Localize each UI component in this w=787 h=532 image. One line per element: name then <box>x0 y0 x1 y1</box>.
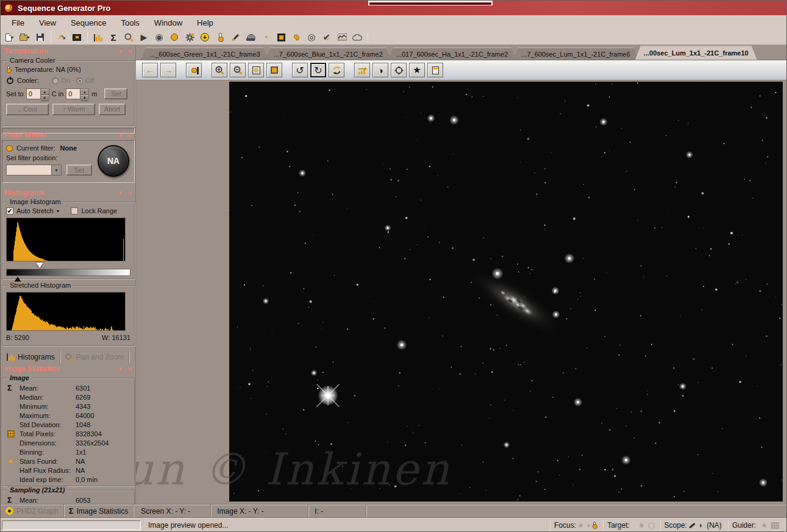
temperature-icon[interactable] <box>213 31 227 43</box>
spin-up-icon[interactable]: ▲ <box>80 89 88 95</box>
zoom-in-icon[interactable] <box>212 63 227 77</box>
plate-solve-icon[interactable] <box>122 31 135 43</box>
tab-histograms[interactable]: Histograms <box>2 351 60 363</box>
flat-box-icon[interactable] <box>274 31 288 43</box>
filter-position-dropdown[interactable]: ▼ <box>6 165 62 176</box>
stat-label: Std Deviation: <box>20 421 76 428</box>
stat-row: ★Stars Found:NA <box>4 456 133 466</box>
temperature-panel: Temperature ▼ ✕ Camera Cooler Temperatur… <box>2 46 135 128</box>
back-icon[interactable]: ← <box>142 63 158 77</box>
menu-window[interactable]: Window <box>147 16 190 29</box>
set-filter-button[interactable]: Set <box>66 165 92 176</box>
crosshair-icon[interactable] <box>391 63 407 77</box>
contrast-icon[interactable]: ◑ <box>372 63 388 77</box>
stat-row: Binning:1x1 <box>4 447 133 456</box>
menu-view[interactable]: View <box>32 16 63 29</box>
focuser-icon[interactable] <box>229 31 242 43</box>
rotate-cw-icon[interactable]: ↻ <box>310 63 326 77</box>
observatory-dome-icon[interactable] <box>244 31 257 43</box>
document-tab[interactable]: ...00sec_Lum_1x1_-21C_frame10 <box>635 46 757 60</box>
camera-icon[interactable]: ◉ <box>152 31 166 43</box>
spin-up-icon[interactable]: ▲ <box>41 89 49 95</box>
graphs-icon[interactable] <box>335 31 349 43</box>
histogram-icon[interactable] <box>91 31 105 43</box>
collapse-icon[interactable]: ▼ <box>118 132 124 139</box>
image-preview-canvas[interactable] <box>229 82 783 502</box>
screen-stretch-icon[interactable] <box>186 63 202 77</box>
midtone-marker[interactable] <box>36 263 43 268</box>
spin-down-icon[interactable]: ▼ <box>80 95 88 101</box>
guider-star-icon: ★ <box>761 521 767 530</box>
guider-target-icon[interactable]: ◎ <box>305 31 318 43</box>
weather-icon[interactable] <box>351 31 364 43</box>
warm-button[interactable]: ↑ Warm <box>52 104 95 115</box>
black-point-value: B: 5290 <box>6 334 29 341</box>
run-sequence-icon[interactable]: ▶ <box>137 31 151 43</box>
connect-equipment-icon[interactable]: ↗↘ <box>55 31 68 43</box>
close-icon[interactable]: ✕ <box>127 132 132 139</box>
collapse-icon[interactable]: ▼ <box>118 190 124 196</box>
forward-icon[interactable]: → <box>160 63 176 77</box>
rotate-ccw-icon[interactable]: ↺ <box>292 63 308 77</box>
flip-icon[interactable] <box>329 63 344 77</box>
telescope-control-icon[interactable]: + <box>198 31 212 43</box>
collapse-icon[interactable]: ▼ <box>118 366 124 372</box>
statistics-icon[interactable]: Σ <box>107 31 120 43</box>
tab-pan-and-zoom[interactable]: Pan and Zoom <box>60 351 130 363</box>
lock-range-checkbox[interactable] <box>71 207 78 215</box>
close-icon[interactable]: ✕ <box>127 190 132 196</box>
filter-wheel-body: Current filter: None Set filter position… <box>2 140 135 183</box>
filter-wheel-knob[interactable]: NA <box>98 145 129 177</box>
checklist-icon[interactable]: ✔✔ <box>320 31 333 43</box>
tab-phd2-graph[interactable]: PHD2 Graph <box>1 505 64 518</box>
switch-icon[interactable] <box>290 31 303 43</box>
cooler-off-label: Off <box>85 77 94 84</box>
menu-file[interactable]: File <box>4 16 32 29</box>
cooler-off-radio[interactable] <box>76 77 83 84</box>
frame-focus-icon[interactable] <box>70 31 84 43</box>
cool-button[interactable]: ↓ Cool <box>6 104 49 115</box>
application-window: Sequence Generator Pro File View Sequenc… <box>0 0 787 532</box>
cooler-on-radio[interactable] <box>52 77 59 84</box>
chevron-down-icon[interactable]: ▼ <box>56 209 60 213</box>
star-detect-icon[interactable]: ★ <box>409 63 425 77</box>
scope-moon-icon: ◗ <box>699 521 703 530</box>
frame-icon[interactable] <box>427 63 443 77</box>
zoom-out-icon[interactable] <box>230 63 246 77</box>
settings-gear-icon[interactable] <box>183 31 196 43</box>
sampling-stats-group: Sampling (21x21) ΣMean:6053Median:6055 <box>2 490 135 504</box>
set-temperature-button[interactable]: Set <box>104 88 127 99</box>
chevron-down-icon[interactable]: ▼ <box>51 165 62 176</box>
white-point-value: W: 16131 <box>102 334 130 341</box>
menu-help[interactable]: Help <box>190 16 221 29</box>
close-icon[interactable]: ✕ <box>127 366 132 372</box>
document-tab[interactable]: ...7_600sec_Lum_1x1_-21C_frame6 <box>513 48 639 60</box>
menu-sequence[interactable]: Sequence <box>63 16 114 29</box>
document-tab[interactable]: ..._600sec_Green_1x1_-21C_frame3 <box>141 48 269 60</box>
c-in-spinner[interactable]: 0▲▼ <box>66 88 89 99</box>
magnifier-icon <box>65 353 73 361</box>
close-icon[interactable]: ✕ <box>127 48 132 55</box>
new-sequence-icon[interactable]: ▼ <box>3 31 16 43</box>
spin-down-icon[interactable]: ▼ <box>41 95 49 101</box>
document-tab[interactable]: ...7_600sec_Blue_1x1_-21C_frame2 <box>265 48 391 60</box>
document-tab[interactable]: ...017_600sec_Ha_1x1_-21C_frame2 <box>388 48 516 60</box>
open-sequence-icon[interactable]: ▼ <box>18 31 32 43</box>
rotator-icon[interactable]: ◔ <box>259 31 272 43</box>
pixel-levels-icon[interactable] <box>354 63 370 77</box>
image-histogram-canvas[interactable] <box>6 218 126 261</box>
auto-stretch-checkbox[interactable]: ✔ <box>6 207 13 215</box>
filter-wheel-icon[interactable] <box>168 31 181 43</box>
selection-icon[interactable] <box>266 63 282 77</box>
toolbar-separator <box>368 32 368 43</box>
tab-image-statistics[interactable]: Σ Image Statistics <box>64 505 134 518</box>
menu-tools[interactable]: Tools <box>113 16 146 29</box>
stat-value: 4343 <box>76 403 133 410</box>
collapse-icon[interactable]: ▼ <box>118 48 124 55</box>
abort-cooling-button[interactable]: Abort <box>99 104 126 115</box>
zoom-fit-icon[interactable] <box>248 63 264 77</box>
save-sequence-icon[interactable] <box>34 31 47 43</box>
document-tabs: ..._600sec_Green_1x1_-21C_frame3...7_600… <box>136 46 787 60</box>
set-to-spinner[interactable]: 0▲▼ <box>26 88 49 99</box>
toolbar-separator <box>51 32 51 43</box>
